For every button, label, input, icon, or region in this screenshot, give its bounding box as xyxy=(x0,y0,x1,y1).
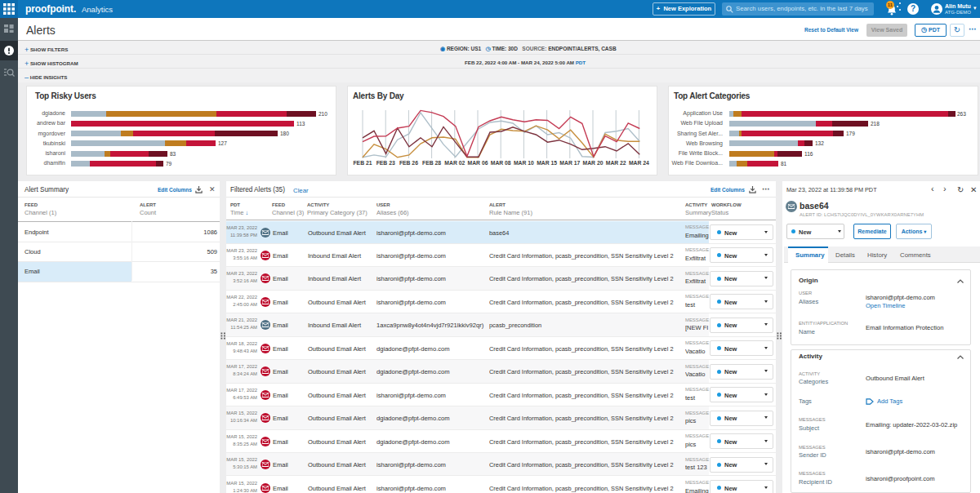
svg-text:MAR 08: MAR 08 xyxy=(491,160,511,166)
svg-text:MAR 17: MAR 17 xyxy=(559,160,580,166)
svg-text:FEB 26: FEB 26 xyxy=(399,160,418,166)
svg-text:MAR 06: MAR 06 xyxy=(468,160,488,166)
svg-text:MAR 15: MAR 15 xyxy=(537,160,557,166)
svg-text:FEB 28: FEB 28 xyxy=(422,160,441,166)
svg-text:MAR 22: MAR 22 xyxy=(606,160,626,166)
svg-text:FEB 23: FEB 23 xyxy=(376,160,395,166)
svg-text:FEB 21: FEB 21 xyxy=(353,160,372,166)
svg-text:MAR 02: MAR 02 xyxy=(444,160,465,166)
svg-text:MAR 10: MAR 10 xyxy=(514,160,534,166)
svg-text:MAR 24: MAR 24 xyxy=(629,160,649,166)
svg-text:MAR 20: MAR 20 xyxy=(583,160,604,166)
